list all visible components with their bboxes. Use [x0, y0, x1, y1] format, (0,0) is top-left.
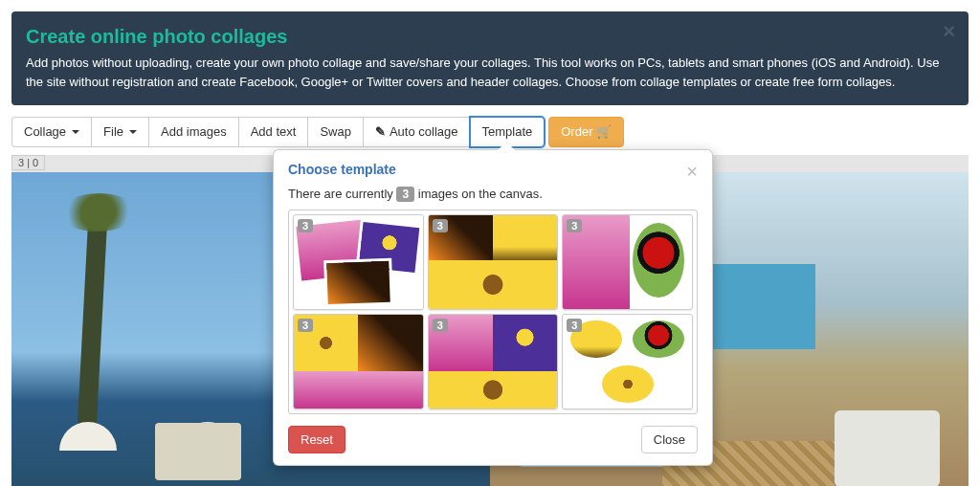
info-banner: × Create online photo collages Add photo…	[11, 11, 969, 105]
auto-collage-label: Auto collage	[390, 123, 458, 141]
file-dropdown[interactable]: File	[91, 117, 148, 147]
template-option-3[interactable]: 3	[562, 214, 693, 310]
collage-dropdown[interactable]: Collage	[11, 117, 91, 147]
auto-collage-button[interactable]: ✎ Auto collage	[363, 117, 470, 147]
template-option-2[interactable]: 3	[428, 214, 559, 310]
template-badge: 3	[567, 219, 582, 232]
add-images-button[interactable]: Add images	[148, 117, 238, 147]
file-label: File	[103, 123, 123, 141]
reset-button[interactable]: Reset	[288, 426, 345, 453]
banner-title: Create online photo collages	[26, 26, 954, 48]
caret-down-icon	[72, 130, 79, 134]
cart-icon: 🛒	[596, 123, 612, 141]
template-option-4[interactable]: 3	[293, 314, 424, 409]
template-badge: 3	[433, 219, 448, 232]
banner-close-icon[interactable]: ×	[943, 19, 955, 44]
caret-down-icon	[129, 130, 137, 134]
template-badge: 3	[298, 319, 313, 332]
modal-close-icon[interactable]: ×	[686, 162, 698, 181]
order-button[interactable]: Order 🛒	[548, 117, 624, 147]
image-count-badge: 3	[396, 187, 414, 202]
order-label: Order	[561, 123, 592, 141]
swap-button[interactable]: Swap	[307, 117, 363, 147]
modal-subtitle: There are currently 3 images on the canv…	[274, 187, 712, 210]
modal-title: Choose template	[288, 162, 396, 177]
template-option-5[interactable]: 3	[428, 314, 559, 409]
template-badge: 3	[433, 319, 448, 332]
canvas-counter: 3 | 0	[11, 155, 45, 170]
collage-label: Collage	[24, 123, 66, 141]
wand-icon: ✎	[375, 123, 386, 141]
add-text-button[interactable]: Add text	[238, 117, 308, 147]
close-button[interactable]: Close	[641, 426, 698, 453]
template-option-6[interactable]: 3	[562, 314, 693, 409]
template-badge: 3	[298, 219, 313, 232]
template-modal: Choose template × There are currently 3 …	[273, 149, 713, 466]
toolbar: Collage File Add images Add text Swap ✎ …	[11, 117, 969, 147]
banner-body: Add photos without uploading, create you…	[26, 54, 954, 91]
template-badge: 3	[567, 319, 582, 332]
template-option-1[interactable]: 3	[293, 214, 424, 310]
templates-grid: 3 3 3 3 3 3	[288, 210, 698, 414]
